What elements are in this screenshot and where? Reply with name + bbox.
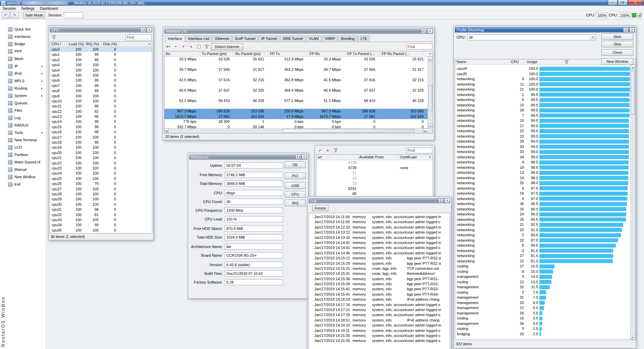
filter-icon[interactable]: [203, 44, 210, 50]
table-row[interactable]: cpu11 100 99 0: [50, 104, 152, 109]
chevron-down-icon[interactable]: ▼: [590, 35, 595, 40]
restore-icon[interactable]: [141, 28, 146, 32]
table-row[interactable]: cpu31 100 98 0: [50, 207, 152, 212]
tab[interactable]: Interface: [165, 36, 185, 42]
table-row[interactable]: bridging 20 2.0: [455, 332, 630, 337]
table-row[interactable]: cpu33 100 100 0: [50, 217, 152, 222]
sidebar-item[interactable]: Manual: [7, 166, 46, 173]
horizontal-scrollbar[interactable]: ◀ ▶: [164, 128, 428, 133]
undo-icon[interactable]: ↶: [2, 12, 10, 18]
table-row[interactable]: cpu35 100.0: [455, 71, 630, 77]
table-row[interactable]: cpu23 100 100 0: [50, 166, 152, 171]
menu-item[interactable]: Settings: [18, 6, 37, 11]
remove-icon[interactable]: −: [172, 44, 179, 50]
table-row[interactable]: networking 6 97.5: [455, 186, 630, 191]
sidebar-item[interactable]: Files: [7, 107, 46, 114]
table-row[interactable]: cpu26 100 79 0: [50, 181, 152, 186]
log-row[interactable]: Jan/17/2019 14:15:36 memory system, info…: [309, 277, 450, 282]
table-row[interactable]: 957.3 Mbps 186 828 103 095 250.9 Mbps 95…: [164, 109, 428, 114]
scroll-right-icon[interactable]: ▶: [423, 129, 428, 133]
scroll-down-icon[interactable]: ▼: [428, 123, 432, 128]
column-picker-icon[interactable]: ▼: [428, 155, 433, 160]
log-row[interactable]: Jan/17/2019 14:14:41 memory system, info…: [309, 245, 450, 250]
table-row[interactable]: management 32 11.5: [455, 285, 630, 290]
table-row[interactable]: routing 12 13.5: [455, 280, 630, 285]
table-row[interactable]: 332.7 Mbps 0 30 148 0 bps 0 bps 0 0: [164, 124, 428, 129]
log-row[interactable]: Jan/17/2019 14:19:10 memory system, info…: [309, 323, 450, 328]
table-row[interactable]: 23: [316, 181, 433, 186]
tab[interactable]: Bonding: [338, 36, 357, 42]
add-icon[interactable]: +▾: [165, 44, 171, 50]
find-input[interactable]: [406, 44, 432, 49]
interface-window-titlebar[interactable]: Interface List ×: [164, 28, 433, 34]
table-row[interactable]: networking 0 97.0: [455, 196, 630, 202]
tab[interactable]: LTE: [358, 36, 370, 42]
table-row[interactable]: 80: [316, 191, 433, 197]
table-row[interactable]: routing 2 7.5: [455, 290, 630, 295]
column-header[interactable]: FP Rx Packet (...: [380, 51, 424, 56]
vertical-scrollbar[interactable]: ▲ ▼: [428, 57, 433, 128]
sidebar-item[interactable]: Mesh: [7, 55, 46, 62]
table-row[interactable]: networking 13 98.0: [455, 170, 630, 176]
column-header[interactable]: Available From: [358, 155, 399, 160]
sidebar-item[interactable]: Make Supout.rif: [7, 158, 46, 166]
table-row[interactable]: networking 21 100.0: [455, 87, 630, 92]
table-row[interactable]: cpu4 100 100 0: [50, 68, 152, 73]
sidebar-item[interactable]: Log: [7, 114, 46, 121]
table-row[interactable]: cpu34 100.0: [455, 66, 630, 71]
log-row[interactable]: Jan/17/2019 14:17:21 memory system, info…: [309, 307, 450, 312]
log-row[interactable]: Jan/17/2019 14:11:59 memory system, info…: [309, 214, 450, 219]
table-row[interactable]: 22: [316, 176, 433, 181]
column-header[interactable]: Disk (%): [102, 42, 119, 47]
table-row[interactable]: 41.5 Mbps 37 616 32 215 362.8 Mbps 41.5 …: [164, 78, 428, 83]
table-row[interactable]: cpu32 100 81 0: [50, 212, 152, 217]
sidebar-item[interactable]: Routing ▸: [7, 85, 46, 92]
table-row[interactable]: 1673.7 Mbps 27 081 162 629 17.9 Mbps 167…: [164, 114, 428, 119]
table-row[interactable]: management 35 3.0: [455, 321, 630, 327]
table-row[interactable]: cpu6 100 99 0: [50, 78, 152, 83]
table-row[interactable]: 8291: [316, 186, 433, 192]
table-row[interactable]: networking 30 99.0: [455, 144, 630, 150]
log-row[interactable]: Jan/17/2019 14:11:59 memory system, info…: [309, 219, 450, 225]
profile-button[interactable]: New Window: [601, 58, 633, 65]
table-row[interactable]: networking 22 99.0: [455, 129, 630, 134]
table-row[interactable]: routing 8 15.0: [455, 269, 630, 275]
table-row[interactable]: networking 10 99.5: [455, 103, 630, 108]
table-row[interactable]: networking 27 81.5: [455, 253, 630, 259]
column-header[interactable]: Usage: [524, 59, 538, 64]
column-header[interactable]: Tx Packet (p/s): [201, 51, 234, 56]
table-row[interactable]: 8729 none: [316, 165, 433, 171]
sidebar-item[interactable]: LCD: [7, 144, 46, 151]
table-row[interactable]: routing 16 3.5: [455, 316, 630, 321]
cpu-select[interactable]: all ▼: [467, 34, 596, 40]
log-row[interactable]: Jan/17/2019 14:16:03 memory system, info…: [309, 297, 450, 302]
filter-icon[interactable]: [50, 34, 57, 40]
table-row[interactable]: networking 28 99.5: [455, 108, 630, 113]
find-input[interactable]: [406, 148, 432, 153]
scroll-up-icon[interactable]: ▲: [631, 65, 635, 69]
tab[interactable]: IP Tunnel: [259, 36, 279, 42]
table-row[interactable]: cpu12 100 82 0: [50, 109, 152, 114]
table-row[interactable]: networking 12 81.0: [455, 259, 630, 264]
column-header[interactable]: Rx Packet (p/s): [234, 51, 269, 56]
sidebar-item[interactable]: Partition: [7, 151, 46, 158]
table-row[interactable]: networking 32 87.0: [455, 238, 630, 243]
restore-icon[interactable]: [623, 28, 629, 32]
table-row[interactable]: networking 29 99.0: [455, 139, 630, 144]
table-row[interactable]: cpu1 100 99 0: [50, 52, 152, 57]
table-row[interactable]: [164, 93, 428, 99]
resources-button[interactable]: PCI: [285, 172, 306, 179]
sidebar-item[interactable]: Bridge: [7, 40, 46, 48]
table-row[interactable]: cpu34 100 99 0: [50, 222, 152, 228]
log-row[interactable]: Jan/17/2019 14:21:00 memory system, info…: [309, 333, 450, 338]
column-header[interactable]: Load (%): [67, 42, 85, 47]
table-row[interactable]: cpu28 100 100 0: [50, 192, 152, 197]
profile-button[interactable]: Stop: [601, 41, 633, 47]
table-row[interactable]: cpu25 100 100 0: [50, 176, 152, 181]
table-row[interactable]: networking 6 99.5: [455, 97, 630, 103]
table-row[interactable]: [164, 62, 428, 67]
log-row[interactable]: Jan/17/2019 14:15:31 memory route, bgp, …: [309, 266, 450, 271]
table-row[interactable]: [164, 72, 428, 78]
tab[interactable]: VRRP: [322, 36, 338, 42]
table-row[interactable]: 21: [316, 170, 433, 176]
